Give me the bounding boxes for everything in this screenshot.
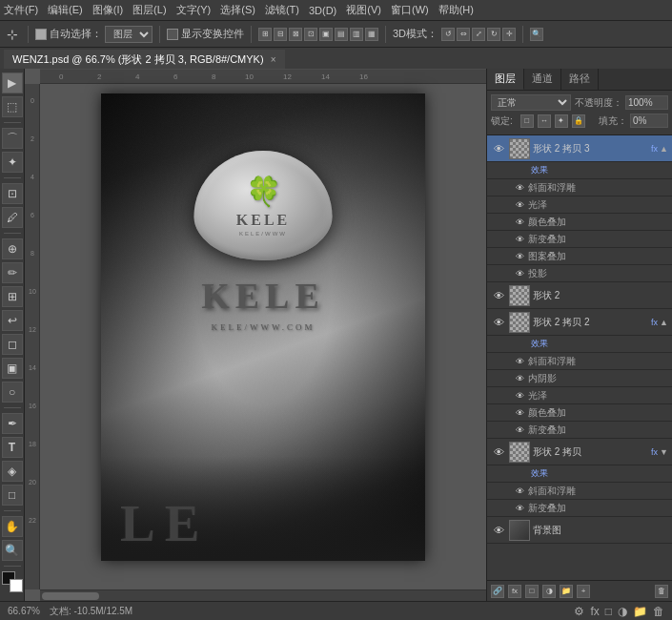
sub-effects-4[interactable]: 效果	[487, 465, 672, 483]
layer-vis-3[interactable]: 👁	[491, 315, 506, 330]
menu-layer[interactable]: 图层(L)	[132, 3, 166, 17]
transform-checkbox[interactable]	[167, 29, 178, 40]
status-icon-5[interactable]: 📁	[633, 605, 647, 618]
marquee-tool[interactable]: ⬚	[2, 96, 23, 117]
new-layer-btn[interactable]: +	[577, 585, 590, 598]
layer-mask-btn[interactable]: □	[525, 585, 539, 598]
3d-pan[interactable]: ⇔	[457, 28, 470, 41]
sub-grad-4[interactable]: 👁 新变叠加	[487, 500, 672, 517]
move-tool[interactable]: ⊹	[4, 26, 21, 43]
gradient-tool[interactable]: ▣	[2, 358, 23, 379]
lock-all[interactable]: 🔒	[572, 114, 585, 128]
crop-tool[interactable]: ⊡	[2, 183, 23, 204]
eraser-tool[interactable]: ◻	[2, 334, 23, 355]
text-tool[interactable]: T	[2, 437, 23, 458]
status-icon-6[interactable]: 🗑	[653, 605, 664, 618]
new-group-btn[interactable]: 📁	[560, 585, 573, 598]
menu-select[interactable]: 选择(S)	[220, 3, 255, 17]
zoom-tool[interactable]: 🔍	[2, 540, 23, 561]
3d-zoom[interactable]: ⤢	[472, 28, 485, 41]
lasso-tool[interactable]: ⌒	[2, 128, 23, 149]
fill-input[interactable]	[630, 114, 668, 128]
sub-gloss-3[interactable]: 👁 光泽	[487, 387, 672, 404]
status-icon-2[interactable]: fx	[590, 605, 599, 618]
auto-select-dropdown[interactable]: 图层	[105, 26, 153, 43]
color-area[interactable]	[2, 571, 23, 592]
adjustment-btn[interactable]: ◑	[542, 585, 556, 598]
pen-tool[interactable]: ✒	[2, 413, 23, 434]
brush-tool[interactable]: ✏	[2, 262, 23, 283]
sub-effects-1[interactable]: 效果	[487, 162, 672, 179]
layer-vis-1[interactable]: 👁	[491, 141, 506, 156]
document-tab[interactable]: WENZ1.psd @ 66.7% (形状 2 拷贝 3, RGB/8#/CMY…	[4, 50, 285, 69]
sub-bevel-3[interactable]: 👁 斜面和浮雕	[487, 353, 672, 370]
opacity-input[interactable]	[625, 95, 668, 110]
menu-image[interactable]: 图像(I)	[92, 3, 123, 17]
sub-grad-1[interactable]: 👁 新变叠加	[487, 231, 672, 248]
tab-channels[interactable]: 通道	[524, 69, 561, 90]
path-selection-tool[interactable]: ◈	[2, 461, 23, 482]
status-icon-4[interactable]: ◑	[618, 605, 627, 618]
layer-shape2[interactable]: 👁 形状 2	[487, 282, 672, 309]
align-right[interactable]: ⊠	[289, 28, 302, 41]
link-layers-btn[interactable]: 🔗	[491, 585, 504, 598]
sub-color-1[interactable]: 👁 颜色叠加	[487, 214, 672, 231]
tab-close[interactable]: ×	[271, 54, 276, 65]
layer-style-btn[interactable]: fx	[508, 585, 521, 598]
clone-tool[interactable]: ⊞	[2, 286, 23, 307]
search-icon[interactable]: 🔍	[530, 28, 543, 41]
layer-vis-4[interactable]: 👁	[491, 444, 506, 460]
layer-arrow-4[interactable]: ▼	[660, 447, 668, 457]
sub-grad-3[interactable]: 👁 新变叠加	[487, 422, 672, 439]
sub-gloss-1[interactable]: 👁 光泽	[487, 196, 672, 214]
sub-bevel-4[interactable]: 👁 斜面和浮雕	[487, 483, 672, 500]
align-middle[interactable]: ▣	[319, 28, 333, 41]
align-center[interactable]: ⊟	[274, 28, 287, 41]
align-left[interactable]: ⊞	[258, 28, 272, 41]
align-bottom[interactable]: ▤	[335, 28, 348, 41]
menu-view[interactable]: 视图(V)	[346, 3, 381, 17]
layer-shape2-copy[interactable]: 👁 形状 2 拷贝 fx ▼	[487, 439, 672, 465]
h-scrollbar[interactable]	[40, 589, 486, 601]
delete-layer-btn[interactable]: 🗑	[655, 585, 668, 598]
menu-edit[interactable]: 编辑(E)	[48, 3, 83, 17]
layer-background[interactable]: 👁 背景图	[487, 517, 672, 544]
menu-help[interactable]: 帮助(H)	[438, 3, 474, 17]
magic-wand-tool[interactable]: ✦	[2, 152, 23, 173]
align-top[interactable]: ⊡	[304, 28, 317, 41]
status-icon-1[interactable]: ⚙	[574, 605, 584, 618]
sub-pattern-1[interactable]: 👁 图案叠加	[487, 248, 672, 265]
shape-tool[interactable]: □	[2, 485, 23, 506]
selection-tool[interactable]: ▶	[2, 72, 23, 93]
sub-effects-3[interactable]: 效果	[487, 336, 672, 353]
background-color[interactable]	[10, 579, 23, 592]
eyedropper-tool[interactable]: 🖊	[2, 207, 23, 228]
dodge-tool[interactable]: ○	[2, 382, 23, 403]
menu-text[interactable]: 文字(Y)	[176, 3, 212, 17]
status-icon-3[interactable]: □	[605, 605, 612, 618]
photoshop-canvas[interactable]: 🍀 KELE KELE/WWW KELE KELE/WWW.COM	[101, 93, 425, 561]
tab-layers[interactable]: 图层	[487, 69, 524, 90]
sub-shadow-1[interactable]: 👁 投影	[487, 265, 672, 282]
lock-pixel[interactable]: □	[520, 114, 534, 128]
3d-roll[interactable]: ↻	[487, 28, 500, 41]
hand-tool[interactable]: ✋	[2, 516, 23, 537]
lock-art[interactable]: ✦	[555, 114, 568, 128]
menu-file[interactable]: 文件(F)	[4, 3, 38, 17]
history-brush[interactable]: ↩	[2, 310, 23, 331]
sub-bevel-1[interactable]: 👁 斜面和浮雕	[487, 179, 672, 196]
blend-mode-select[interactable]: 正常	[491, 94, 571, 111]
layer-shape2-copy3[interactable]: 👁 形状 2 拷贝 3 fx ▲	[487, 135, 672, 162]
tab-paths[interactable]: 路径	[561, 69, 599, 90]
healing-tool[interactable]: ⊕	[2, 238, 23, 259]
lock-pos[interactable]: ↔	[538, 114, 551, 128]
distribute-v[interactable]: ▦	[365, 28, 378, 41]
layer-arrow-1[interactable]: ▲	[660, 144, 668, 154]
h-scrollbar-thumb[interactable]	[42, 592, 99, 600]
menu-window[interactable]: 窗口(W)	[391, 3, 429, 17]
layer-shape2-copy2[interactable]: 👁 形状 2 拷贝 2 fx ▲	[487, 309, 672, 336]
menu-3d[interactable]: 3D(D)	[309, 5, 336, 16]
menu-filter[interactable]: 滤镜(T)	[265, 3, 299, 17]
sub-color-3[interactable]: 👁 颜色叠加	[487, 404, 672, 422]
layer-vis-2[interactable]: 👁	[491, 288, 506, 303]
